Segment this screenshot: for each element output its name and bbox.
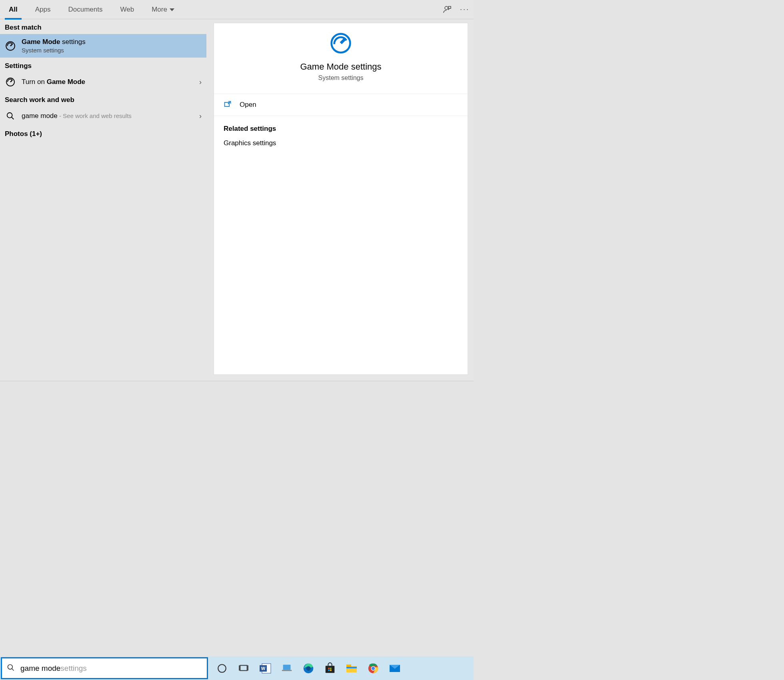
result-web-item[interactable]: game mode - See work and web results › [0,106,206,126]
feedback-icon[interactable] [438,0,456,19]
tab-more[interactable]: More [143,0,183,19]
preview-title: Game Mode settings [300,62,382,72]
search-icon [5,110,16,122]
section-best-match: Best match [0,19,206,34]
open-button[interactable]: Open [214,94,468,116]
result-subtitle: System settings [22,47,202,54]
tab-web[interactable]: Web [111,0,143,19]
chevron-right-icon: › [199,112,202,120]
section-photos[interactable]: Photos (1+) [0,126,206,140]
section-search-web: Search work and web [0,92,206,106]
open-label: Open [240,101,256,109]
preview-pane: Game Mode settings System settings Open … [214,23,468,375]
tab-documents[interactable]: Documents [59,0,111,19]
result-best-match[interactable]: Game Mode settings System settings [0,34,206,58]
chevron-down-icon [170,8,174,11]
svg-point-3 [7,113,12,118]
result-settings-item[interactable]: Turn on Game Mode › [0,72,206,92]
related-link-graphics[interactable]: Graphics settings [224,139,458,147]
gauge-icon [330,32,352,54]
section-settings: Settings [0,58,206,72]
svg-point-0 [445,6,448,10]
gauge-icon [5,40,16,52]
related-heading: Related settings [224,125,458,133]
preview-subtitle: System settings [318,74,364,82]
filter-tabs: All Apps Documents Web More ··· [0,0,474,19]
open-icon [224,100,232,109]
result-title: Game Mode settings [22,38,202,46]
result-title: Turn on Game Mode [22,78,199,86]
more-options-icon[interactable]: ··· [456,0,474,19]
svg-line-4 [12,117,14,120]
tab-apps[interactable]: Apps [26,0,60,19]
results-list: Best match Game Mode settings System set… [0,19,206,381]
chevron-right-icon: › [199,78,202,86]
tab-more-label: More [152,6,167,13]
result-title: game mode - See work and web results [22,112,199,120]
tab-all[interactable]: All [0,0,26,19]
gauge-icon [5,76,16,88]
